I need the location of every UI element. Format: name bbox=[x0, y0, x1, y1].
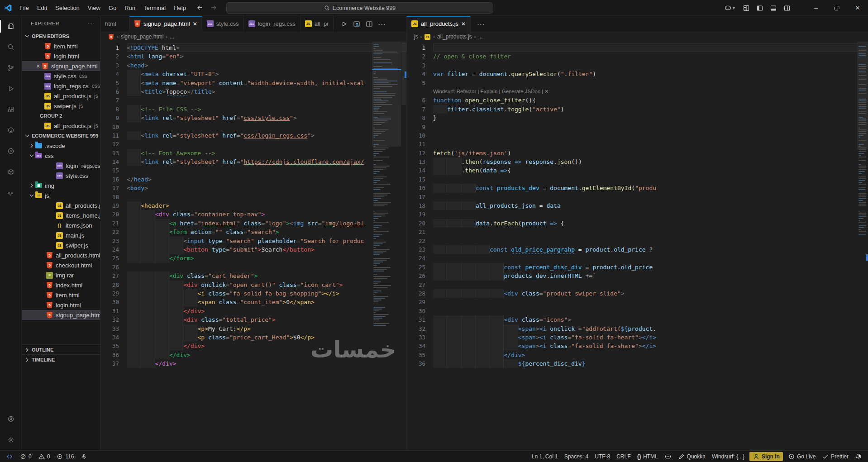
activity-wave-icon[interactable] bbox=[0, 182, 22, 203]
code-line-21[interactable]: 21<a href="index.html" class="logo"><img… bbox=[100, 219, 406, 228]
menu-edit[interactable]: Edit bbox=[33, 0, 51, 16]
tree-item-all-products.html[interactable]: all_products.html bbox=[22, 250, 100, 260]
section-outline[interactable]: OUTLINE bbox=[22, 344, 100, 354]
code-line-9[interactable]: 9 bbox=[407, 123, 868, 131]
code-line-14[interactable]: 14.then(data =>{ bbox=[407, 166, 868, 175]
tree-item-items.json[interactable]: items.json bbox=[22, 220, 100, 230]
code-line-30[interactable]: 30<span class="count_item">0</span> bbox=[100, 298, 406, 306]
menu-terminal[interactable]: Terminal bbox=[139, 0, 170, 16]
activity-extensions-icon[interactable] bbox=[0, 99, 22, 120]
ellipsis-action-icon[interactable]: ··· bbox=[475, 18, 487, 30]
split-action-icon[interactable] bbox=[363, 18, 375, 30]
breadcrumb-item[interactable]: signup_page.html bbox=[121, 33, 164, 40]
tree-item-login-regs.css[interactable]: login_regs.csscss bbox=[22, 81, 100, 91]
status-windsurf-status[interactable]: Windsurf: {...} bbox=[709, 451, 748, 462]
code-line-18[interactable]: 18all_products_json = data bbox=[407, 201, 868, 210]
tree-item-login.html[interactable]: login.html bbox=[22, 300, 100, 310]
status-go-live[interactable]: Go Live bbox=[785, 451, 819, 462]
section-ecommerce-website-999[interactable]: ECOMMERCE WEBSITE 999 bbox=[22, 131, 100, 141]
code-editor-right[interactable]: 12// open & close filter34var filter = d… bbox=[407, 42, 868, 450]
tree-item-swiper.js[interactable]: swiper.jsjs bbox=[22, 101, 100, 111]
scrollbar-right[interactable] bbox=[863, 42, 868, 450]
toggle-panel-icon[interactable] bbox=[767, 0, 780, 16]
code-line-34[interactable]: 34<span><i class="fa-solid fa-share"></i… bbox=[407, 342, 868, 350]
tab-all_products.js[interactable]: all_products.js✕ bbox=[407, 16, 471, 32]
code-line-8[interactable]: 8<!-- File CSS --> bbox=[100, 105, 406, 114]
code-line-16[interactable]: 16</head> bbox=[100, 175, 406, 184]
close-tab-icon[interactable]: ✕ bbox=[193, 21, 197, 27]
menu-view[interactable]: View bbox=[84, 0, 105, 16]
chevron-down-icon[interactable]: ▼ bbox=[732, 6, 736, 10]
breadcrumb-item[interactable]: ... bbox=[170, 33, 174, 40]
code-line-22[interactable]: 22 bbox=[407, 237, 868, 245]
code-line-32[interactable]: 32<span><i onclick ="addToCart(${product… bbox=[407, 324, 868, 333]
code-line-6[interactable]: 6function open_close_filter(){ bbox=[407, 96, 868, 105]
breadcrumb-item[interactable]: ... bbox=[478, 33, 482, 40]
status-warnings[interactable]: 0 bbox=[35, 451, 53, 462]
code-line-23[interactable]: 23<input type="search" placeholder="Sear… bbox=[100, 237, 406, 245]
code-line-15[interactable]: 15 bbox=[407, 175, 868, 184]
code-line-20[interactable]: 20data.forEach(product => { bbox=[407, 219, 868, 228]
menu-selection[interactable]: Selection bbox=[51, 0, 83, 16]
status-microphone[interactable] bbox=[77, 451, 91, 462]
activity-package-icon[interactable] bbox=[0, 162, 22, 182]
tree-item-swiper.js[interactable]: swiper.js bbox=[22, 240, 100, 250]
status-indentation[interactable]: Spaces: 4 bbox=[561, 451, 591, 462]
code-line-18[interactable]: 18 bbox=[100, 193, 406, 201]
status-prettier[interactable]: Prettier bbox=[819, 451, 852, 462]
customize-layout-icon[interactable] bbox=[739, 0, 753, 16]
code-line-8[interactable]: 8} bbox=[407, 114, 868, 122]
activity-source-control-icon[interactable] bbox=[0, 57, 22, 78]
code-line-29[interactable]: 29<i class="fa-solid fa-bag-shopping"></… bbox=[100, 289, 406, 298]
status-copilot[interactable] bbox=[661, 451, 675, 462]
status-quokka[interactable]: Quokka bbox=[675, 451, 709, 462]
code-line-22[interactable]: 22<form action="" class="search"> bbox=[100, 228, 406, 236]
tree-item-all-products.js[interactable]: all_products.jsjs bbox=[22, 91, 100, 101]
explorer-more-actions-icon[interactable]: ··· bbox=[88, 21, 95, 26]
code-line-17[interactable]: 17 bbox=[407, 193, 868, 201]
codelens-row[interactable]: Windsurf: Refactor | Explain | Generate … bbox=[407, 87, 868, 96]
tree-item-style.css[interactable]: style.csscss bbox=[22, 71, 100, 81]
code-line-28[interactable]: 28<div onclick="open_cart()" class="icon… bbox=[100, 281, 406, 289]
tree-item-item.html[interactable]: item.html bbox=[22, 41, 100, 51]
minimize-button[interactable]: ─ bbox=[806, 0, 826, 16]
status-language-mode[interactable]: {}HTML bbox=[634, 451, 661, 462]
code-line-10[interactable]: 10 bbox=[100, 123, 406, 131]
command-center-search[interactable]: Ecommerce Website 999 bbox=[226, 2, 493, 14]
code-line-25[interactable]: 25</form> bbox=[100, 254, 406, 262]
code-line-2[interactable]: 2<html lang="en"> bbox=[100, 52, 406, 61]
scrollbar-left[interactable] bbox=[401, 42, 406, 450]
tree-item-img[interactable]: img bbox=[22, 181, 100, 191]
code-line-12[interactable]: 12fetch('js/items.json') bbox=[407, 149, 868, 157]
close-window-button[interactable]: ✕ bbox=[847, 0, 868, 16]
breadcrumb-item[interactable]: js bbox=[414, 33, 418, 40]
tree-item-login-regs.css[interactable]: login_regs.css bbox=[22, 161, 100, 171]
code-line-5[interactable]: 5 bbox=[407, 79, 868, 87]
restore-button[interactable] bbox=[826, 0, 847, 16]
code-line-3[interactable]: 3<head> bbox=[100, 61, 406, 70]
toggle-sidebar-icon[interactable] bbox=[753, 0, 767, 16]
code-line-6[interactable]: 6<title>Topoco</title> bbox=[100, 87, 406, 96]
tree-item-main.js[interactable]: main.js bbox=[22, 230, 100, 240]
status-remote-indicator[interactable] bbox=[3, 451, 16, 462]
tab-all_pr[interactable]: all_pr bbox=[300, 16, 334, 32]
code-line-1[interactable]: 1 bbox=[407, 43, 868, 52]
code-line-12[interactable]: 12 bbox=[100, 140, 406, 148]
code-line-33[interactable]: 33<span><i class="fa-solid fa-heart"></i… bbox=[407, 333, 868, 342]
code-line-20[interactable]: 20<div class="container top-nav"> bbox=[100, 210, 406, 219]
tree-item-items-home.js[interactable]: items_home.js bbox=[22, 210, 100, 220]
code-line-14[interactable]: 14<link rel="stylesheet" href="https://c… bbox=[100, 157, 406, 166]
activity-account-icon[interactable] bbox=[0, 409, 22, 429]
code-line-24[interactable]: 24<button type="submit">Search</button> bbox=[100, 245, 406, 254]
code-line-28[interactable]: 28<div class="product swiper-slide"> bbox=[407, 289, 868, 298]
breadcrumb-left[interactable]: ›signup_page.html›... bbox=[100, 32, 406, 42]
code-line-10[interactable]: 10 bbox=[407, 131, 868, 140]
code-line-11[interactable]: 11 bbox=[407, 140, 868, 148]
tab-html[interactable]: html bbox=[100, 16, 129, 32]
ellipsis-action-icon[interactable]: ··· bbox=[376, 18, 388, 30]
code-line-35[interactable]: 35</div> bbox=[407, 351, 868, 359]
code-line-21[interactable]: 21 bbox=[407, 228, 868, 236]
section-timeline[interactable]: TIMELINE bbox=[22, 354, 100, 364]
activity-chat-icon[interactable] bbox=[0, 120, 22, 141]
code-line-9[interactable]: 9<link rel="stylesheet" href="css/style.… bbox=[100, 114, 406, 122]
